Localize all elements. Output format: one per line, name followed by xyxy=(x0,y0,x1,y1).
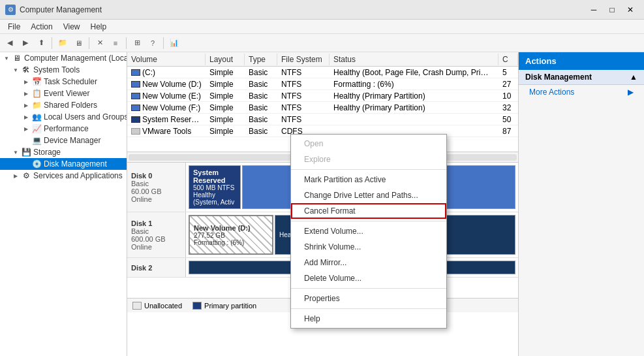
shared-folders-label: Shared Folders xyxy=(44,101,97,110)
ctx-shrink-volume[interactable]: Shrink Volume... xyxy=(291,239,446,255)
toolbar-computer[interactable]: 🖥 xyxy=(71,36,85,50)
event-viewer-label: Event Viewer xyxy=(44,89,89,98)
local-users-expander[interactable]: ▶ xyxy=(21,112,31,122)
actions-section-disk-mgmt[interactable]: Disk Management ▲ xyxy=(519,70,644,85)
system-tools-expander[interactable]: ▼ xyxy=(10,65,21,75)
services-icon: ⚙ xyxy=(21,170,31,181)
tree-device-manager[interactable]: ▶ 💻 Device Manager xyxy=(0,135,127,146)
ctx-properties[interactable]: Properties xyxy=(291,291,446,306)
menu-bar: File Action View Help xyxy=(0,20,644,34)
performance-label: Performance xyxy=(44,124,89,133)
performance-expander[interactable]: ▶ xyxy=(21,123,31,134)
ctx-change-drive[interactable]: Change Drive Letter and Paths... xyxy=(291,187,446,203)
cell-status xyxy=(330,131,498,132)
menu-help[interactable]: Help xyxy=(85,21,112,33)
table-row[interactable]: New Volume (F:) Simple Basic NTFS Health… xyxy=(127,102,518,114)
title-bar: ⚙ Computer Management ─ □ ✕ xyxy=(0,0,644,20)
toolbar-help[interactable]: ? xyxy=(146,36,160,50)
toolbar-new-window[interactable]: ⊞ xyxy=(130,36,144,50)
ctx-open[interactable]: Open xyxy=(291,136,446,152)
col-layout[interactable]: Layout xyxy=(206,54,245,65)
ctx-cancel-format[interactable]: Cancel Format xyxy=(291,203,446,219)
task-scheduler-expander[interactable]: ▶ xyxy=(21,76,31,87)
table-row[interactable]: New Volume (E:) Simple Basic NTFS Health… xyxy=(127,90,518,102)
col-type[interactable]: Type xyxy=(245,54,277,65)
disk-1-part-d[interactable]: New Volume (D:) 277.52 GB Formatting : (… xyxy=(189,215,273,255)
cell-type: Basic xyxy=(245,126,277,137)
event-viewer-expander[interactable]: ▶ xyxy=(21,88,31,99)
cell-layout: Simple xyxy=(206,114,245,125)
cell-fs: NTFS xyxy=(277,91,330,101)
tree-storage[interactable]: ▼ 💾 Storage xyxy=(0,146,127,158)
toolbar-back[interactable]: ◀ xyxy=(3,36,17,50)
col-c[interactable]: C xyxy=(498,54,518,65)
actions-header: Actions xyxy=(519,52,644,70)
more-actions-label: More Actions xyxy=(529,88,574,97)
tree-event-viewer[interactable]: ▶ 📋 Event Viewer xyxy=(0,88,127,99)
actions-more-actions[interactable]: More Actions ▶ xyxy=(519,85,644,99)
toolbar-sep4 xyxy=(163,37,164,49)
cell-c: 50 xyxy=(498,114,518,125)
table-row[interactable]: (C:) Simple Basic NTFS Healthy (Boot, Pa… xyxy=(127,67,518,78)
toolbar-chart[interactable]: 📊 xyxy=(167,36,181,50)
toolbar-up[interactable]: ⬆ xyxy=(34,36,48,50)
ctx-extend-volume[interactable]: Extend Volume... xyxy=(291,223,446,239)
task-scheduler-label: Task Scheduler xyxy=(44,77,97,86)
ctx-mark-active[interactable]: Mark Partition as Active xyxy=(291,172,446,187)
ctx-delete-volume[interactable]: Delete Volume... xyxy=(291,270,446,286)
menu-action[interactable]: Action xyxy=(25,21,57,33)
toolbar-properties[interactable]: ≡ xyxy=(108,36,123,50)
tree-panel: ▼ 🖥 Computer Management (Local ▼ 🛠 Syste… xyxy=(0,52,127,356)
ctx-explore[interactable]: Explore xyxy=(291,152,446,167)
close-button[interactable]: ✕ xyxy=(622,3,639,16)
cell-type: Basic xyxy=(245,114,277,125)
system-tools-icon: 🛠 xyxy=(21,65,31,75)
tree-disk-management[interactable]: ▶ 💿 Disk Management xyxy=(0,158,127,170)
disk-mgmt-label: Disk Management xyxy=(44,159,107,169)
cell-layout: Simple xyxy=(206,91,245,101)
tree-system-tools[interactable]: ▼ 🛠 System Tools xyxy=(0,64,127,76)
toolbar-forward[interactable]: ▶ xyxy=(18,36,33,50)
disk-0-status: Online xyxy=(131,195,181,203)
cell-c: 10 xyxy=(498,91,518,101)
root-expander[interactable]: ▼ xyxy=(1,53,12,63)
tree-local-users[interactable]: ▶ 👥 Local Users and Groups xyxy=(0,111,127,123)
legend-unalloc-label: Unallocated xyxy=(144,302,182,310)
maximize-button[interactable]: □ xyxy=(604,3,621,16)
menu-view[interactable]: View xyxy=(58,21,85,33)
local-users-icon: 👥 xyxy=(31,112,42,122)
services-expander[interactable]: ▶ xyxy=(10,170,21,181)
cell-fs: NTFS xyxy=(277,114,330,125)
cell-layout: Simple xyxy=(206,79,245,89)
toolbar-delete[interactable]: ✕ xyxy=(93,36,107,50)
menu-file[interactable]: File xyxy=(3,21,25,33)
ctx-add-mirror[interactable]: Add Mirror... xyxy=(291,255,446,270)
tree-task-scheduler[interactable]: ▶ 📅 Task Scheduler xyxy=(0,76,127,88)
toolbar: ◀ ▶ ⬆ 📁 🖥 ✕ ≡ ⊞ ? 📊 xyxy=(0,34,644,52)
disk-0-size: 60.00 GB xyxy=(131,187,181,195)
legend-primary-box xyxy=(192,302,202,310)
storage-expander[interactable]: ▼ xyxy=(10,147,21,157)
col-filesystem[interactable]: File System xyxy=(277,54,330,65)
root-label: Computer Management (Local xyxy=(24,54,127,63)
toolbar-show-hide[interactable]: 📁 xyxy=(55,36,70,50)
legend-unalloc: Unallocated xyxy=(132,302,182,310)
col-volume[interactable]: Volume xyxy=(127,54,206,65)
disk-label-1: Disk 1 Basic 600.00 GB Online xyxy=(127,212,186,257)
ctx-sep-3 xyxy=(291,288,446,289)
cell-status: Healthy (Primary Partition) xyxy=(330,103,498,113)
minimize-button[interactable]: ─ xyxy=(585,3,602,16)
table-row[interactable]: New Volume (D:) Simple Basic NTFS Format… xyxy=(127,78,518,90)
tree-performance[interactable]: ▶ 📈 Performance xyxy=(0,123,127,135)
tree-shared-folders[interactable]: ▶ 📁 Shared Folders xyxy=(0,99,127,111)
shared-folders-expander[interactable]: ▶ xyxy=(21,100,31,110)
cell-c: 32 xyxy=(498,103,518,113)
disk-0-part-system[interactable]: System Reserved 500 MB NTFS Healthy (Sys… xyxy=(189,165,241,209)
tree-services-apps[interactable]: ▶ ⚙ Services and Applications xyxy=(0,170,127,182)
tree-root[interactable]: ▼ 🖥 Computer Management (Local xyxy=(0,52,127,64)
ctx-sep-4 xyxy=(291,308,446,309)
disk-1-type: Basic xyxy=(131,227,181,235)
table-row[interactable]: System Reserved Simple Basic NTFS 50 xyxy=(127,114,518,125)
col-status[interactable]: Status xyxy=(330,54,498,65)
ctx-help[interactable]: Help xyxy=(291,311,446,327)
